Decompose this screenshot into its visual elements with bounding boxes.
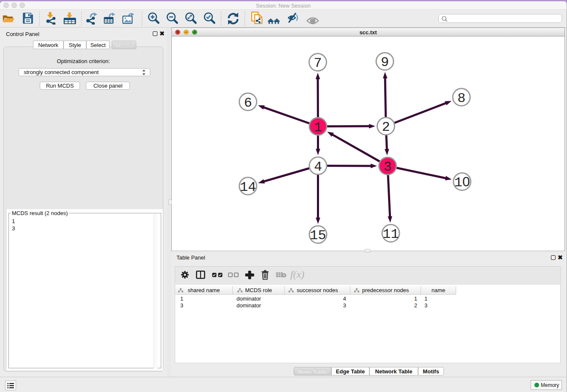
svg-text:6: 6	[244, 95, 252, 111]
svg-text:8: 8	[457, 91, 465, 106]
svg-text:9: 9	[381, 55, 389, 70]
svg-text:11: 11	[383, 226, 399, 242]
svg-text:10: 10	[454, 174, 470, 190]
svg-text:3: 3	[383, 159, 391, 175]
svg-text:7: 7	[314, 55, 322, 71]
svg-text:1: 1	[314, 120, 322, 135]
svg-text:14: 14	[240, 179, 256, 195]
svg-text:4: 4	[314, 159, 322, 175]
svg-text:2: 2	[382, 119, 390, 135]
svg-text:15: 15	[310, 228, 326, 243]
